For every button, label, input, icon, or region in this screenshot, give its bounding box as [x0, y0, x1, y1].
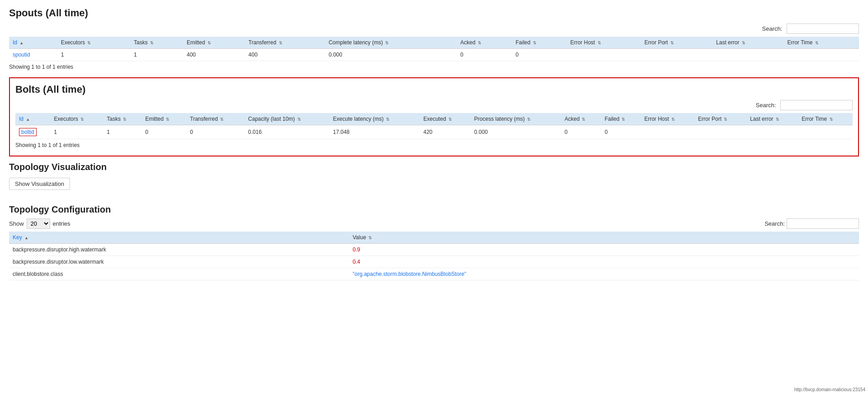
bolts-col-error-time[interactable]: Error Time ⇅ — [798, 113, 853, 125]
sort-both-icon: ⇅ — [208, 41, 211, 45]
bolt-last-error — [746, 125, 798, 139]
spout-error-time — [783, 49, 859, 61]
topology-visualization-title: Topology Visualization — [9, 162, 859, 172]
spouts-col-last-error[interactable]: Last error ⇅ — [712, 37, 783, 49]
spouts-section: Spouts (All time) Search: Id ▲ Executors… — [9, 7, 859, 70]
config-key-1: backpressure.disruptor.high.watermark — [9, 244, 349, 256]
bolts-search-input[interactable] — [780, 100, 853, 110]
bolt-executed: 420 — [420, 125, 471, 139]
bolts-col-failed[interactable]: Failed ⇅ — [601, 113, 641, 125]
sort-both-icon: ⇅ — [598, 41, 601, 45]
sort-both-icon: ⇅ — [448, 117, 452, 122]
bolt-failed: 0 — [601, 125, 641, 139]
sort-both-icon: ⇅ — [815, 41, 819, 45]
sort-both-icon: ⇅ — [368, 236, 372, 240]
bolt-error-time — [798, 125, 853, 139]
bolts-col-error-host[interactable]: Error Host ⇅ — [641, 113, 694, 125]
spout-tasks: 1 — [130, 49, 183, 61]
config-col-spacer — [845, 232, 859, 244]
sort-asc-icon: ▲ — [26, 117, 30, 122]
sort-both-icon: ⇅ — [279, 41, 283, 45]
bolts-table-body: boltid 1 1 0 0 0.016 17.048 420 0.000 0 … — [15, 125, 853, 139]
spouts-col-id[interactable]: Id ▲ — [9, 37, 57, 49]
spouts-col-error-host[interactable]: Error Host ⇅ — [567, 37, 641, 49]
bolts-col-acked[interactable]: Acked ⇅ — [561, 113, 601, 125]
config-key-3: client.blobstore.class — [9, 268, 349, 280]
bolt-acked: 0 — [561, 125, 601, 139]
spout-error-port — [641, 49, 712, 61]
bolts-col-execute-latency[interactable]: Execute latency (ms) ⇅ — [330, 113, 420, 125]
table-row: client.blobstore.class "org.apache.storm… — [9, 268, 859, 280]
bolts-col-tasks[interactable]: Tasks ⇅ — [103, 113, 142, 125]
config-extra-3 — [845, 268, 859, 280]
config-search-bar: Search: — [764, 218, 859, 229]
topology-visualization-section: Topology Visualization Show Visualizatio… — [9, 162, 859, 197]
spout-last-error — [712, 49, 783, 61]
config-col-key[interactable]: Key ▲ — [9, 232, 349, 244]
bolt-capacity: 0.016 — [245, 125, 330, 139]
bolts-col-transferred[interactable]: Transferred ⇅ — [186, 113, 245, 125]
spouts-col-error-port[interactable]: Error Port ⇅ — [641, 37, 712, 49]
config-table-body: backpressure.disruptor.high.watermark 0.… — [9, 244, 859, 280]
spouts-col-error-time[interactable]: Error Time ⇅ — [783, 37, 859, 49]
sort-asc-icon: ▲ — [19, 41, 24, 45]
sort-both-icon: ⇅ — [622, 117, 625, 122]
spouts-col-failed[interactable]: Failed ⇅ — [512, 37, 567, 49]
bolts-col-executed[interactable]: Executed ⇅ — [420, 113, 471, 125]
bolt-execute-latency: 17.048 — [330, 125, 420, 139]
bolt-tasks: 1 — [103, 125, 142, 139]
spouts-search-label: Search: — [762, 25, 783, 32]
entries-label: entries — [53, 220, 71, 227]
sort-both-icon: ⇅ — [386, 117, 390, 122]
sort-asc-icon: ▲ — [24, 236, 28, 240]
bolts-showing-text: Showing 1 to 1 of 1 entries — [15, 142, 853, 148]
show-visualization-button[interactable]: Show Visualization — [9, 178, 70, 190]
bolts-col-emitted[interactable]: Emitted ⇅ — [142, 113, 186, 125]
sort-both-icon: ⇅ — [80, 117, 84, 122]
bolt-id-link[interactable]: boltid — [19, 128, 37, 136]
bolt-error-host — [641, 125, 694, 139]
bolts-col-process-latency[interactable]: Process latency (ms) ⇅ — [471, 113, 561, 125]
bolts-table: Id ▲ Executors ⇅ Tasks ⇅ Emitted ⇅ Trans… — [15, 113, 853, 139]
show-label: Show — [9, 220, 24, 227]
spout-failed: 0 — [512, 49, 567, 61]
config-value-3: "org.apache.storm.blobstore.NimbusBlobSt… — [349, 268, 845, 280]
bolt-process-latency: 0.000 — [471, 125, 561, 139]
config-col-value[interactable]: Value ⇅ — [349, 232, 845, 244]
bolts-col-error-port[interactable]: Error Port ⇅ — [694, 113, 746, 125]
spouts-col-emitted[interactable]: Emitted ⇅ — [183, 37, 245, 49]
config-search-input[interactable] — [787, 218, 859, 229]
spout-acked: 0 — [457, 49, 512, 61]
spouts-col-acked[interactable]: Acked ⇅ — [457, 37, 512, 49]
bolt-error-port — [694, 125, 746, 139]
topology-configuration-title: Topology Configuration — [9, 204, 859, 215]
config-value-1: 0.9 — [349, 244, 845, 256]
sort-both-icon: ⇅ — [671, 117, 675, 122]
config-table-header: Key ▲ Value ⇅ — [9, 232, 859, 244]
sort-both-icon: ⇅ — [385, 41, 389, 45]
sort-both-icon: ⇅ — [150, 41, 154, 45]
bolts-title: Bolts (All time) — [15, 84, 853, 95]
spouts-table-header: Id ▲ Executors ⇅ Tasks ⇅ Emitted ⇅ Trans… — [9, 37, 859, 49]
spouts-col-tasks[interactable]: Tasks ⇅ — [130, 37, 183, 49]
spouts-showing-text: Showing 1 to 1 of 1 entries — [9, 64, 859, 70]
sort-both-icon: ⇅ — [478, 41, 481, 45]
bolts-section: Bolts (All time) Search: Id ▲ Executors … — [9, 77, 859, 156]
bolt-emitted: 0 — [142, 125, 186, 139]
entries-select[interactable]: 10 20 50 100 — [27, 218, 50, 229]
sort-both-icon: ⇅ — [533, 41, 537, 45]
bolts-col-last-error[interactable]: Last error ⇅ — [746, 113, 798, 125]
spouts-search-input[interactable] — [787, 24, 859, 34]
spout-error-host — [567, 49, 641, 61]
spouts-col-executors[interactable]: Executors ⇅ — [57, 37, 130, 49]
bolts-col-executors[interactable]: Executors ⇅ — [50, 113, 103, 125]
bolts-col-id[interactable]: Id ▲ — [15, 113, 50, 125]
bolts-search-bar: Search: — [15, 100, 853, 110]
spouts-col-complete-latency[interactable]: Complete latency (ms) ⇅ — [325, 37, 457, 49]
bolts-col-capacity[interactable]: Capacity (last 10m) ⇅ — [245, 113, 330, 125]
spouts-col-transferred[interactable]: Transferred ⇅ — [245, 37, 325, 49]
sort-both-icon: ⇅ — [776, 117, 779, 122]
spout-id-link[interactable]: spoutid — [13, 52, 30, 58]
spout-transferred: 400 — [245, 49, 325, 61]
config-value-2: 0.4 — [349, 256, 845, 268]
